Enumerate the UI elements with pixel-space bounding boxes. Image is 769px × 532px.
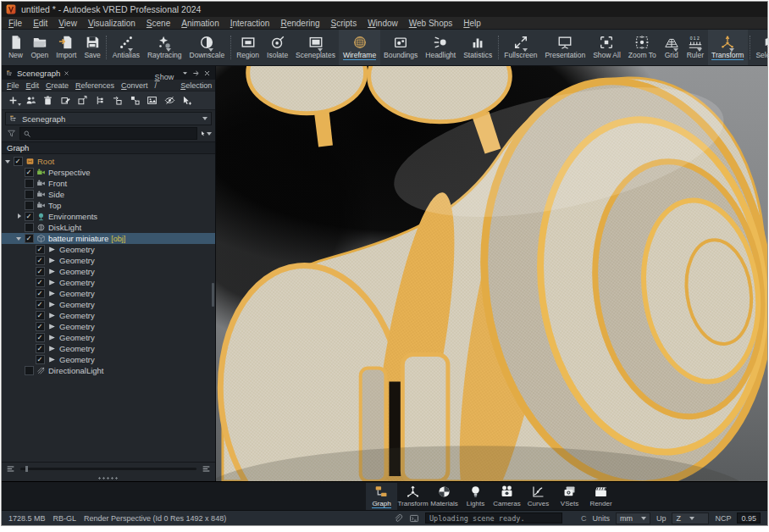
scrollbar-thumb[interactable]	[212, 283, 214, 307]
visibility-checkbox[interactable]	[25, 168, 34, 177]
menu-item[interactable]: Scripts	[331, 19, 357, 28]
tree-row[interactable]: Geometry	[2, 266, 215, 277]
menu-item[interactable]: Interaction	[230, 19, 270, 28]
panel-resize-handle[interactable]	[97, 477, 119, 479]
terminal-icon[interactable]	[409, 513, 419, 524]
dock-button[interactable]: Graph	[366, 483, 397, 510]
tree-row[interactable]: Geometry	[2, 288, 215, 299]
scenegraph-tool-button[interactable]	[164, 95, 175, 106]
scenegraph-menu-item[interactable]: References	[75, 81, 114, 90]
expander-icon[interactable]	[27, 357, 33, 363]
expander-icon[interactable]	[27, 335, 33, 341]
expander-icon[interactable]	[27, 346, 33, 352]
expander-icon[interactable]	[16, 213, 22, 219]
pick-mode-button[interactable]	[200, 128, 212, 139]
menu-item[interactable]: Edit	[33, 19, 47, 28]
expander-icon[interactable]	[27, 247, 33, 252]
tree-row[interactable]: Geometry	[2, 244, 215, 255]
tree-row[interactable]: Geometry	[2, 343, 215, 354]
scenegraph-menu-item[interactable]: Create	[46, 81, 69, 90]
tree-row[interactable]: DirectionalLight	[2, 365, 215, 376]
tree-row[interactable]: Root	[2, 156, 215, 167]
dock-button[interactable]: Transform	[397, 483, 429, 510]
toolbar-button[interactable]: Raytracing	[143, 30, 185, 65]
tree-row[interactable]: Geometry	[2, 299, 215, 310]
tree-row[interactable]: Geometry	[2, 354, 215, 365]
visibility-checkbox[interactable]	[25, 212, 34, 221]
toolbar-button[interactable]: Presentation	[541, 30, 589, 65]
tree-row[interactable]: Top	[2, 200, 215, 211]
toolbar-button[interactable]: Boundings	[380, 30, 422, 65]
visibility-checkbox[interactable]	[36, 344, 45, 353]
expander-icon[interactable]	[16, 236, 22, 241]
menu-item[interactable]: Visualization	[88, 19, 136, 28]
scenegraph-tool-button[interactable]	[42, 95, 53, 106]
menu-item[interactable]: Animation	[181, 19, 219, 28]
menu-item[interactable]: Window	[368, 19, 398, 28]
expander-icon[interactable]	[16, 202, 22, 208]
menu-item[interactable]: Scene	[147, 19, 170, 28]
toolbar-button[interactable]: Antialias	[108, 30, 143, 65]
list-options-icon[interactable]	[6, 464, 15, 474]
toolbar-button[interactable]: Fullscreen	[501, 30, 541, 65]
ncp-value[interactable]: 0.95	[737, 513, 761, 524]
panel-close-icon[interactable]	[203, 69, 211, 77]
scenegraph-menu-item[interactable]: File	[7, 81, 19, 90]
dock-button[interactable]: Materials	[429, 483, 460, 510]
visibility-checkbox[interactable]	[36, 245, 45, 254]
toolbar-button[interactable]: Show All	[589, 30, 625, 65]
visibility-checkbox[interactable]	[25, 366, 34, 375]
tree-row[interactable]: Geometry	[2, 277, 215, 288]
tree-scrollbar[interactable]	[211, 154, 215, 462]
scenegraph-menu-item[interactable]: Selection	[180, 81, 212, 90]
expander-icon[interactable]	[27, 302, 33, 308]
toolbar-button[interactable]: Statistics	[460, 30, 496, 65]
visibility-checkbox[interactable]	[36, 267, 45, 276]
tree-row[interactable]: Geometry	[2, 310, 215, 321]
slider-knob[interactable]	[25, 466, 28, 472]
scenegraph-tool-button[interactable]	[181, 95, 192, 106]
tree-row[interactable]: Side	[2, 189, 215, 200]
expander-icon[interactable]	[27, 258, 33, 263]
expander-icon[interactable]	[16, 368, 22, 374]
dock-button[interactable]: Render	[585, 483, 617, 510]
toolbar-button[interactable]: Headlight	[422, 30, 460, 65]
toolbar-button[interactable]: Selection	[752, 30, 769, 65]
toolbar-button[interactable]: Transform	[708, 30, 748, 65]
tab-close-icon[interactable]	[64, 70, 69, 76]
menu-item[interactable]: View	[58, 19, 77, 28]
filter-button[interactable]	[5, 128, 17, 139]
toolbar-button[interactable]: Region	[233, 30, 263, 65]
menu-item[interactable]: Rendering	[280, 19, 319, 28]
dock-button[interactable]: VSets	[554, 483, 585, 510]
visibility-checkbox[interactable]	[36, 333, 45, 342]
scenegraph-tool-button[interactable]	[60, 95, 71, 106]
tree-row[interactable]: Geometry	[2, 332, 215, 343]
expander-icon[interactable]	[16, 224, 22, 230]
expander-icon[interactable]	[16, 191, 22, 197]
expander-icon[interactable]	[16, 169, 22, 175]
dock-button[interactable]: Lights	[460, 483, 491, 510]
units-select[interactable]: mm	[616, 513, 650, 524]
tree-row[interactable]: Front	[2, 178, 215, 189]
toolbar-button[interactable]: Grid	[660, 30, 683, 65]
expander-icon[interactable]	[27, 324, 33, 330]
viewport[interactable]	[216, 66, 767, 481]
panel-float-icon[interactable]	[192, 69, 200, 77]
list-options-icon[interactable]	[202, 464, 211, 474]
toolbar-button[interactable]: 0 1 2 Ruler	[683, 30, 707, 65]
expander-icon[interactable]	[16, 180, 22, 186]
visibility-checkbox[interactable]	[36, 322, 45, 331]
expander-icon[interactable]	[27, 291, 33, 296]
visibility-checkbox[interactable]	[36, 355, 45, 364]
visibility-checkbox[interactable]	[36, 311, 45, 320]
visibility-checkbox[interactable]	[25, 234, 34, 243]
scenegraph-menu-item[interactable]: Convert	[121, 81, 148, 90]
toolbar-button[interactable]: New	[4, 30, 27, 65]
visibility-checkbox[interactable]	[36, 278, 45, 287]
menu-item[interactable]: Help	[463, 19, 481, 28]
visibility-checkbox[interactable]	[36, 256, 45, 265]
visibility-checkbox[interactable]	[14, 157, 23, 166]
visibility-checkbox[interactable]	[25, 179, 34, 188]
visibility-checkbox[interactable]	[25, 223, 34, 232]
